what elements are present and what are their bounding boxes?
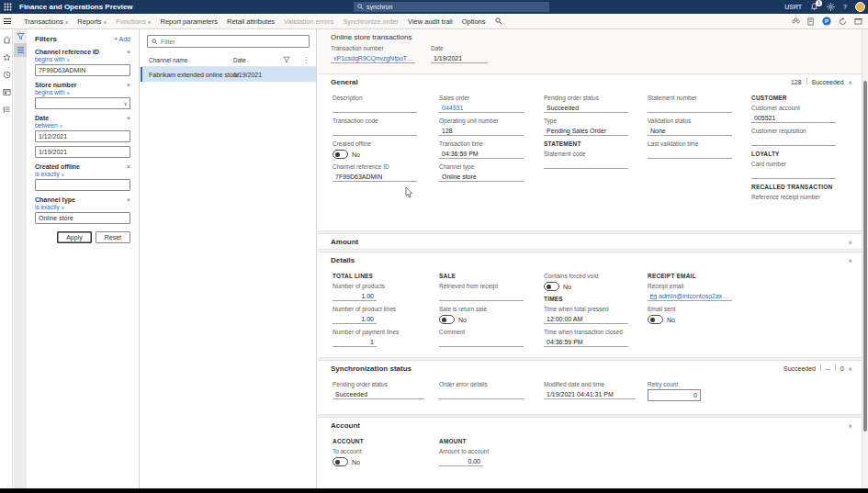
field-sync-pending-order-status: Pending order statusSucceeded — [333, 381, 428, 399]
menu-transactions[interactable]: Transactions∨ — [24, 17, 68, 26]
channel-type-input[interactable] — [35, 212, 130, 224]
list-header-row: Channel name Date ⋮ — [141, 53, 316, 67]
attachments-icon[interactable] — [807, 17, 815, 26]
contains-forced-void-toggle[interactable] — [544, 282, 559, 291]
close-icon[interactable]: × — [127, 82, 130, 88]
hamburger-menu-icon[interactable] — [0, 17, 15, 26]
user-id-label[interactable]: USRT — [784, 4, 802, 10]
channel-row-selected[interactable]: Fabrikam extended online store 1/19/2021 — [141, 67, 316, 82]
menu-options[interactable]: Options — [462, 17, 486, 26]
plus-icon: + — [114, 36, 118, 42]
topbar-right-cluster: USRT 1 ? — [784, 0, 865, 14]
filter-funnel-icon[interactable] — [14, 29, 27, 43]
refresh-icon[interactable] — [839, 17, 847, 26]
waffle-menu-icon[interactable] — [0, 0, 15, 14]
store-number-select[interactable] — [35, 97, 130, 109]
filter-channel-type: Channel type× is exactly ∨ — [35, 196, 130, 224]
caret-down-icon: ∨ — [62, 205, 65, 210]
operator-dropdown[interactable]: is exactly ∨ — [35, 204, 130, 210]
operator-dropdown[interactable]: between ∨ — [35, 122, 130, 129]
add-filter-button[interactable]: + Add — [114, 36, 130, 42]
app-title[interactable]: Finance and Operations Preview — [19, 3, 133, 11]
search-icon — [152, 39, 158, 45]
favorites-star-icon[interactable] — [0, 50, 13, 64]
menu-synchronize-order[interactable]: Synchronize order — [343, 17, 399, 26]
popout-icon[interactable] — [854, 17, 862, 25]
close-icon[interactable]: × — [127, 196, 130, 203]
global-search[interactable] — [354, 2, 549, 12]
actionpane-search-icon[interactable] — [495, 17, 502, 25]
group-total-lines: TOTAL LINES — [333, 273, 428, 279]
apply-button[interactable]: Apply — [57, 231, 92, 243]
home-icon[interactable] — [0, 32, 13, 47]
notifications-bell-icon[interactable]: 1 — [810, 3, 818, 11]
sale-is-return-sale-toggle[interactable] — [439, 315, 455, 324]
settings-gear-icon[interactable] — [827, 3, 835, 11]
field-modified-date-time: Modified date and time1/19/2021 04:41:31… — [544, 381, 639, 399]
operator-dropdown[interactable]: is exactly ∨ — [35, 171, 130, 177]
group-customer: CUSTOMER — [751, 95, 854, 101]
chevron-down-icon[interactable]: ∨ — [849, 239, 852, 245]
to-account-toggle[interactable] — [333, 457, 348, 466]
field-channel-reference-id: Channel reference ID7F99D63ADMIN — [333, 163, 428, 182]
sales-order-link[interactable]: 044931 — [439, 103, 524, 113]
section-sync-header[interactable]: Synchronization status Succeeded -- 0 ∧ — [318, 360, 862, 375]
notification-badge: 1 — [816, 0, 822, 6]
list-filter-input[interactable] — [161, 39, 299, 45]
retry-count-input[interactable]: 0 — [648, 389, 701, 401]
field-statement-number: Statement number — [648, 95, 743, 113]
personalize-icon[interactable] — [792, 17, 800, 26]
column-channel-name[interactable]: Channel name — [149, 57, 233, 63]
help-icon[interactable]: ? — [843, 4, 847, 10]
section-details-header[interactable]: Details ∧ — [318, 252, 862, 267]
close-icon[interactable]: × — [127, 163, 130, 170]
main-content: Online store transactions Transaction nu… — [318, 29, 862, 489]
page-title: Online store transactions — [331, 33, 862, 41]
reset-button[interactable]: Reset — [96, 231, 130, 243]
menu-report-parameters[interactable]: Report parameters — [160, 17, 218, 26]
user-avatar[interactable] — [855, 2, 865, 12]
channel-reference-id-input[interactable] — [35, 64, 130, 76]
menu-view-audit-trail[interactable]: View audit trail — [408, 17, 453, 26]
field-amount-to-account: Amount to account0.00 — [439, 448, 535, 466]
close-icon[interactable]: × — [127, 49, 130, 55]
top-navigation-bar: Finance and Operations Preview USRT 1 ? — [0, 0, 868, 14]
date-to-input[interactable] — [35, 146, 130, 158]
operator-dropdown[interactable]: begins with ∨ — [35, 56, 130, 62]
panel-list-toggle-icon[interactable] — [14, 43, 27, 57]
date-cell: 1/19/2021 — [233, 72, 262, 78]
date-from-input[interactable] — [35, 130, 130, 142]
created-offline-toggle[interactable] — [333, 150, 348, 159]
feedback-chat-icon[interactable]: P — [822, 17, 831, 26]
section-account-header[interactable]: Account ∧ — [318, 417, 862, 432]
scrollbar-thumb[interactable] — [863, 81, 867, 431]
menu-retail-attributes[interactable]: Retail attributes — [227, 17, 275, 26]
navigation-feed-icon[interactable] — [0, 102, 13, 117]
global-search-input[interactable] — [366, 4, 523, 10]
operator-dropdown[interactable]: begins with ∨ — [35, 89, 130, 95]
chevron-up-icon[interactable]: ∧ — [849, 365, 852, 372]
chevron-up-icon[interactable]: ∧ — [849, 79, 852, 85]
transaction-number-link[interactable]: xP1csdqR9CQnvzgNfpoTvlHufg... — [331, 53, 415, 63]
menu-reports[interactable]: Reports∨ — [77, 17, 107, 26]
recent-clock-icon[interactable] — [0, 67, 13, 82]
workspaces-icon[interactable] — [0, 84, 13, 99]
column-date[interactable]: Date — [233, 57, 246, 63]
menu-functions[interactable]: Functions∨ — [116, 17, 151, 26]
more-options-icon[interactable]: ⋮ — [302, 56, 310, 64]
dropdown-caret-icon[interactable]: ∨ — [124, 100, 128, 106]
email-sent-toggle[interactable] — [648, 315, 663, 324]
list-filter-box[interactable] — [147, 35, 310, 48]
date-value[interactable]: 1/19/2021 — [431, 53, 488, 63]
created-offline-input[interactable] — [35, 179, 130, 191]
section-amount-header[interactable]: Amount ∨ — [318, 233, 862, 249]
menu-validation-errors[interactable]: Validation errors — [284, 17, 333, 26]
close-icon[interactable]: × — [127, 115, 130, 121]
chevron-up-icon[interactable]: ∧ — [849, 257, 852, 263]
field-description: Description — [333, 95, 428, 113]
chevron-up-icon[interactable]: ∧ — [849, 422, 852, 429]
receipt-email-link[interactable]: admin@intcontoso2ax7.onmi... — [648, 291, 732, 301]
filter-store-number: Store number× begins with ∨ ∨ — [35, 82, 130, 109]
column-filter-icon[interactable] — [283, 56, 290, 63]
section-general-header[interactable]: General 128 Succeeded ∧ — [318, 73, 862, 89]
